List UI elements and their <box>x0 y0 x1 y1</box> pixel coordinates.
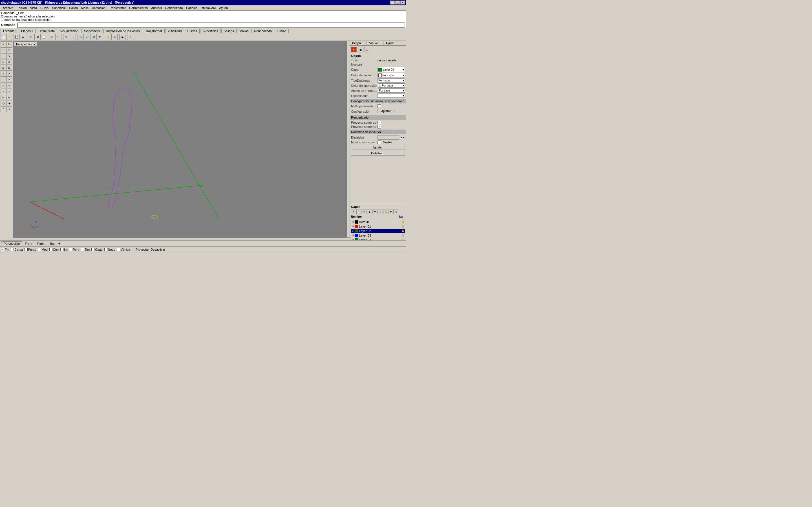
lt-mirror-btn[interactable]: ⌐ <box>1 77 6 82</box>
snap-cb-cerca[interactable] <box>11 248 14 251</box>
layer-row-03[interactable]: 👁 Layer 03 🔓 <box>351 233 405 238</box>
lay-btn-filter[interactable]: ▽ <box>378 210 383 214</box>
prop-dropdown-capa[interactable]: Layer 04 ▾ <box>377 67 405 72</box>
toolbar-tab-9[interactable]: Superficies <box>200 29 220 33</box>
lay-btn-x[interactable]: ✕ <box>362 210 367 214</box>
prop-cb-sombras2[interactable]: ✓ <box>377 125 381 128</box>
snap-med[interactable]: Med <box>38 248 47 251</box>
menu-item-acotación[interactable]: Acotación <box>90 6 107 10</box>
tb-winsel-btn[interactable]: ⬚ <box>70 34 76 40</box>
tb-copy-btn[interactable]: ⧉ <box>35 34 41 40</box>
toolbar-tab-5[interactable]: Disposición de las vistas <box>103 29 142 33</box>
snap-tan[interactable]: Tan <box>81 248 90 251</box>
btn-igualar[interactable]: Igualar <box>351 145 405 150</box>
tb-render-btn[interactable]: ◉ <box>119 34 125 40</box>
prop-cb-mostrar[interactable] <box>377 140 381 144</box>
tb-zoomext-btn[interactable]: ⊞ <box>91 34 97 40</box>
lt-mirror2-btn[interactable]: ¬ <box>6 77 12 82</box>
menu-item-análisis[interactable]: Análisis <box>149 6 163 10</box>
lt-dim-btn[interactable]: A <box>6 89 12 94</box>
layer-row-01[interactable]: 👁 Layer 01 🔓 <box>351 224 405 229</box>
snap-desactivar[interactable]: Desactivar <box>151 248 165 251</box>
menu-item-herramientas[interactable]: Herramientas <box>128 6 149 10</box>
prop-cb-mallapers[interactable] <box>377 105 381 108</box>
lay-btn-del[interactable]: − <box>356 210 361 214</box>
snap-cb-perp[interactable] <box>69 248 72 251</box>
lt-curve-btn[interactable]: ○ <box>1 47 6 53</box>
lay-btn-lock[interactable]: 🔒 <box>383 210 388 214</box>
prop-dropdown-colorimpr[interactable]: ◎ Por capa ▾ <box>378 83 405 88</box>
tab-visualization[interactable]: Visuali... <box>367 41 383 45</box>
toolbar-tab-4[interactable]: Seleccionar <box>82 29 103 33</box>
lt-boolean-btn[interactable]: ⊡ <box>1 95 6 100</box>
tb-save-btn[interactable]: 💾 <box>13 34 20 40</box>
lt-surface2-btn[interactable]: ≈ <box>6 83 12 89</box>
toolbar-tab-8[interactable]: Curvas <box>185 29 200 33</box>
viewport-vscroll[interactable] <box>347 41 350 237</box>
vp-tab-top[interactable]: Top <box>47 241 57 246</box>
toolbar-tab-6[interactable]: Transformar <box>143 29 165 33</box>
toolbar-tab-11[interactable]: Mallas <box>237 29 251 33</box>
menu-item-superficie[interactable]: Superficie <box>50 6 67 10</box>
prop-densidad-scroll[interactable]: ▲▼ <box>400 136 405 139</box>
snap-cb-fin[interactable] <box>1 248 4 251</box>
lt-text-btn[interactable]: T <box>1 89 6 94</box>
lt-angle-btn[interactable]: ∠ <box>1 107 6 112</box>
snap-cb-cuad[interactable] <box>91 248 94 251</box>
prop-cb-colorviz[interactable] <box>378 73 382 77</box>
layer-row-04[interactable]: 👁 Layer 04 🔓 <box>351 238 405 240</box>
lt-rotate-btn[interactable]: ↻ <box>6 41 12 47</box>
lt-select-btn[interactable]: ↖ <box>1 41 6 47</box>
snap-punto[interactable]: Punto <box>24 248 36 251</box>
snap-proyectar[interactable]: Proyectar <box>132 248 149 251</box>
tb-undo-btn[interactable]: ↩ <box>49 34 55 40</box>
lay-btn-down[interactable]: ▼ <box>372 210 377 214</box>
lt-grid2-btn[interactable]: ⊠ <box>6 65 12 71</box>
lt-rect-btn[interactable]: □ <box>6 47 12 53</box>
lt-arc-btn[interactable]: ⌒ <box>1 53 6 59</box>
toolbar-tab-2[interactable]: Definir vista <box>36 29 57 33</box>
command-input[interactable] <box>17 22 405 27</box>
menu-item-vista[interactable]: Vista <box>29 6 39 10</box>
lay-btn-settings[interactable]: ⚙ <box>394 210 399 214</box>
tb-cut-btn[interactable]: ✂ <box>28 34 34 40</box>
btn-ajustar[interactable]: Ajustar <box>377 109 395 113</box>
menu-item-archivo[interactable]: Archivo <box>1 6 15 10</box>
prop-cb-sombras1[interactable]: ✓ <box>377 121 381 124</box>
snap-fin[interactable]: Fin <box>1 248 9 251</box>
lt-grid-btn[interactable]: ⊞ <box>1 65 6 71</box>
toolbar-tab-3[interactable]: Visualización <box>58 29 81 33</box>
toolbar-tab-7[interactable]: Visibilidad <box>165 29 184 33</box>
layer-row-02[interactable]: ✓ Layer 02 🔓 <box>351 229 405 233</box>
lt-move2-btn[interactable]: ↗ <box>6 71 12 76</box>
vp-tab-front[interactable]: Front <box>22 241 35 246</box>
prop-dropdown-tipolineas[interactable]: Por capa ▾ <box>377 78 405 82</box>
tb-open-btn[interactable]: 📂 <box>7 34 13 40</box>
toolbar-tab-13[interactable]: Dibujo <box>275 29 289 33</box>
minimize-button[interactable]: _ <box>390 1 395 4</box>
viewport-hscroll[interactable] <box>13 237 350 240</box>
prop-icon-light[interactable]: □ <box>364 47 370 52</box>
lt-surface-btn[interactable]: ≋ <box>1 83 6 89</box>
toolbar-tab-1[interactable]: PlanosC <box>18 29 36 33</box>
lt-move-btn[interactable]: ↑ <box>1 71 6 76</box>
menu-item-renderizado[interactable]: Renderizado <box>163 6 185 10</box>
menu-item-rhinocam[interactable]: RhinoCAM <box>199 6 217 10</box>
prop-dropdown-anchoimpr[interactable]: Por capa ▾ <box>378 89 405 93</box>
menu-item-sólido[interactable]: Sólido <box>67 6 80 10</box>
prop-icon-object[interactable]: ● <box>351 47 357 52</box>
viewport[interactable]: Perspective ▼ <box>13 41 350 240</box>
snap-cen[interactable]: Cen <box>49 248 59 251</box>
vp-tab-perspective[interactable]: Perspective <box>1 241 22 246</box>
snap-int[interactable]: Int <box>60 248 67 251</box>
toolbar-tab-0[interactable]: Estándar <box>1 29 18 33</box>
snap-perp[interactable]: Perp <box>69 248 79 251</box>
snap-cb-tan[interactable] <box>81 248 84 251</box>
menu-item-edición[interactable]: Edición <box>15 6 29 10</box>
tb-redo-btn[interactable]: ↪ <box>55 34 61 40</box>
lt-opt-btn[interactable]: ⌥ <box>6 107 12 112</box>
menu-item-paneles[interactable]: Paneles <box>185 6 199 10</box>
snap-cb-med[interactable] <box>38 248 41 251</box>
lt-boolean2-btn[interactable]: ⊟ <box>6 95 12 100</box>
vp-tab-add[interactable]: + <box>57 241 62 246</box>
